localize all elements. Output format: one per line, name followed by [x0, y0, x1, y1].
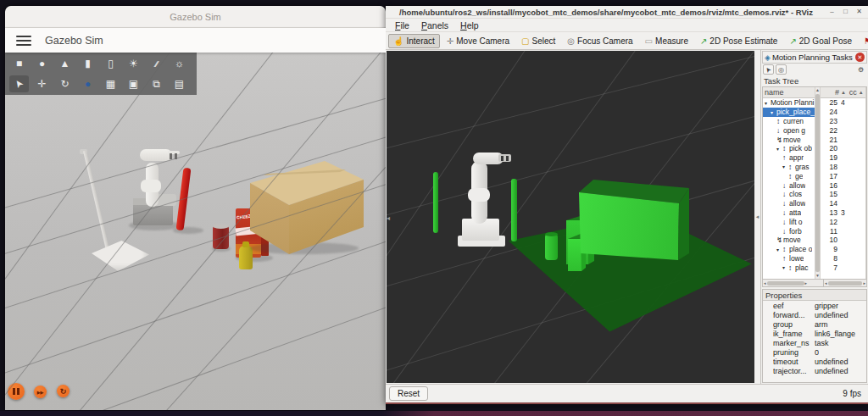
task-tree-row[interactable]: ↓lift o	[763, 217, 815, 226]
expand-arrow-icon[interactable]: ▾	[771, 109, 776, 115]
soda-can[interactable]	[212, 222, 232, 254]
shape-capsule-button[interactable]: ▯	[101, 55, 120, 72]
task-tree-row-stats[interactable]: 22	[821, 125, 865, 135]
expand-arrow-icon[interactable]: ▾	[765, 100, 771, 106]
task-tree-row[interactable]: ↑lowe	[763, 254, 815, 263]
task-tree-row-stats[interactable]: 12	[821, 217, 865, 226]
light-spot-button[interactable]: ☼	[170, 55, 189, 72]
menu-help[interactable]: Help	[454, 20, 485, 31]
tool-2d-goal-pose[interactable]: ↗2D Goal Pose	[784, 34, 857, 48]
task-tree-row-stats[interactable]: 21	[821, 135, 865, 144]
shape-cylinder-button[interactable]: ▮	[78, 55, 97, 72]
task-tree-row[interactable]: ↕curren	[763, 117, 815, 126]
maximize-button[interactable]: □	[840, 7, 851, 17]
reset-button[interactable]: Reset	[389, 386, 428, 401]
tool-video-record-button[interactable]: ▦	[101, 75, 120, 92]
panel-target-button[interactable]: ◎	[776, 64, 787, 75]
property-row[interactable]: timeoutundefined	[763, 357, 866, 366]
rviz-titlebar[interactable]: /home/ubuntu/ros2_ws/install/mycobot_mtc…	[386, 6, 868, 19]
light-point-button[interactable]: ☀	[124, 55, 143, 72]
panel-exec-button[interactable]: ➤	[763, 64, 774, 75]
tool-select-button[interactable]: ➤	[9, 75, 29, 92]
shape-box-button[interactable]: ■	[9, 55, 29, 72]
property-row[interactable]: grouparm	[763, 319, 866, 329]
tool-paste-button[interactable]: ▤	[170, 75, 189, 92]
task-tree-row-stats[interactable]: 18	[821, 163, 865, 172]
task-tree-row[interactable]: ▾↕gras	[763, 163, 815, 172]
task-tree-row-stats[interactable]: 14	[821, 199, 865, 208]
task-tree-row[interactable]: ↓atta	[763, 208, 815, 218]
tool-2d-pose-estimate[interactable]: ↗2D Pose Estimate	[695, 34, 782, 48]
gazebo-3d-viewport[interactable]: CHEEZ-IT ▶▶	[5, 53, 386, 410]
task-tree-row[interactable]: ↑appr	[763, 153, 815, 163]
task-tree-row-stats[interactable]: 17	[821, 171, 865, 180]
expand-arrow-icon[interactable]: ▾	[782, 164, 788, 169]
task-tree-scrollbar-right[interactable]: ▲▼	[865, 87, 867, 279]
property-row[interactable]: pruning0	[763, 347, 866, 357]
task-tree-row-stats[interactable]: 8	[821, 254, 865, 263]
task-tree-row[interactable]: ↓allow	[763, 180, 815, 190]
tool-measure[interactable]: ▭Measure	[640, 34, 693, 48]
green-box-large[interactable]	[579, 178, 693, 271]
green-pole-left[interactable]	[433, 172, 438, 233]
tool-rotate-button[interactable]: ↻	[55, 75, 75, 92]
task-tree-row-stats[interactable]: 19	[821, 153, 865, 163]
step-button[interactable]: ▶▶	[34, 385, 47, 398]
task-tree-row-stats[interactable]: 9	[821, 245, 865, 254]
tool-select[interactable]: ▢Select	[516, 34, 560, 48]
dock-collapse-left-icon[interactable]: ◂	[387, 214, 390, 222]
menu-file[interactable]: File	[389, 20, 415, 31]
column-header-num[interactable]: # ▲ cc ▲	[821, 87, 865, 98]
task-tree-row[interactable]: ↓allow	[763, 199, 815, 208]
column-header-name[interactable]: name	[763, 87, 815, 98]
panel-splitter[interactable]: ◂	[754, 50, 760, 384]
tool-move-camera[interactable]: ✛Move Camera	[442, 34, 515, 48]
task-tree-hscrollbars[interactable]: ◂▸ ◂▸	[762, 280, 867, 287]
property-row[interactable]: trajector...undefined	[763, 366, 866, 375]
task-tree-row[interactable]: ↓open g	[763, 125, 815, 135]
minimize-button[interactable]: –	[826, 7, 837, 17]
task-tree-row[interactable]: ▾Motion Planni	[763, 98, 815, 108]
task-tree-row-stats[interactable]: 20	[821, 144, 865, 153]
panel-close-button[interactable]: ✕	[855, 53, 865, 62]
task-tree-row-stats[interactable]: 7	[821, 263, 865, 272]
red-pole[interactable]	[173, 164, 207, 241]
tool-translate-button[interactable]: ✛	[32, 75, 52, 92]
panel-titlebar[interactable]: ◈ Motion Planning Tasks ✕	[762, 51, 867, 64]
task-tree-row[interactable]: ▾↕plac	[763, 263, 815, 272]
expand-arrow-icon[interactable]: ▾	[782, 264, 788, 270]
task-tree-row[interactable]: ↓forb	[763, 226, 815, 236]
dock-collapse-right-icon[interactable]: ◂	[756, 214, 760, 220]
task-tree-row[interactable]: ↯move	[763, 135, 815, 144]
pause-button[interactable]	[8, 383, 25, 400]
expand-arrow-icon[interactable]: ▾	[776, 247, 782, 252]
task-tree-row[interactable]: ↯move	[763, 236, 815, 245]
hamburger-menu-icon[interactable]	[16, 36, 31, 46]
task-tree-row-stats[interactable]: 10	[821, 236, 865, 245]
property-row[interactable]: eefgripper	[763, 301, 866, 310]
task-tree-row-stats[interactable]: 11	[821, 226, 865, 236]
shape-sphere-button[interactable]: ●	[32, 55, 52, 72]
reset-sim-button[interactable]: ↻	[57, 385, 70, 397]
expand-arrow-icon[interactable]: ▾	[776, 146, 782, 152]
property-row[interactable]: ik_framelink6_flange	[763, 329, 866, 338]
panel-settings-button[interactable]: ⚙	[855, 64, 866, 75]
task-tree-row[interactable]: ↓clos	[763, 190, 815, 199]
task-tree-row-stats[interactable]: 254	[821, 98, 865, 108]
task-tree-row[interactable]: ▾pick_place_	[763, 108, 815, 117]
rviz-3d-viewport[interactable]: ◂	[387, 51, 754, 383]
task-tree-row-stats[interactable]: 16	[821, 180, 865, 190]
property-row[interactable]: forward...undefined	[763, 310, 866, 319]
close-button[interactable]: ✕	[854, 7, 865, 17]
task-tree-row-stats[interactable]: 24	[821, 108, 865, 117]
rviz-robot-arm[interactable]	[456, 147, 515, 251]
tool-view-angle-button[interactable]: ●	[78, 75, 97, 92]
task-tree-row-stats[interactable]: 15	[821, 190, 865, 199]
cardboard-box[interactable]	[245, 159, 365, 261]
tool-focus-camera[interactable]: ◎Focus Camera	[562, 34, 637, 48]
green-cylinder[interactable]	[545, 234, 558, 260]
tool-publish-point[interactable]: ⚑Publish Point	[859, 34, 868, 48]
property-row[interactable]: marker_nstask	[763, 338, 866, 347]
task-tree-row-stats[interactable]: 133	[821, 208, 865, 218]
shape-cone-button[interactable]: ▲	[55, 55, 75, 72]
